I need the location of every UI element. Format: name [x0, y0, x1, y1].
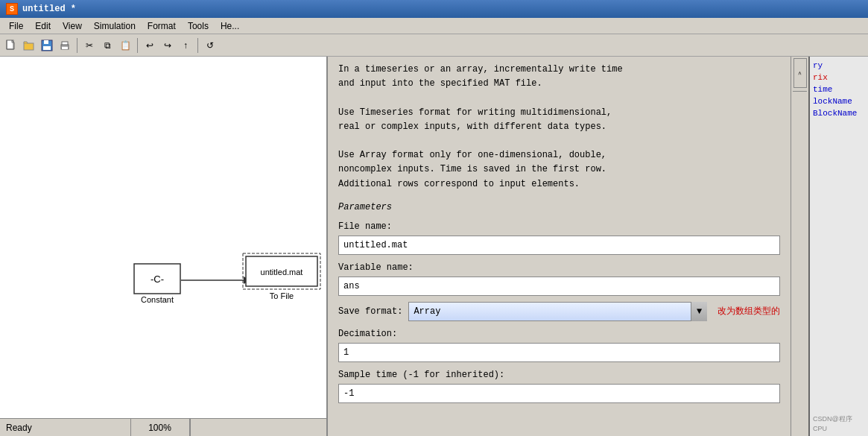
- up-button[interactable]: ↑: [177, 37, 194, 54]
- open-button[interactable]: [21, 37, 37, 54]
- menu-tools[interactable]: Tools: [182, 19, 215, 33]
- app-icon: S: [6, 3, 18, 15]
- canvas-area[interactable]: -C- Constant untitled.mat To File: [0, 57, 326, 418]
- fr-item-lockname: lockName: [813, 95, 865, 107]
- collapse-icon: <: [796, 72, 803, 75]
- svg-rect-3: [24, 43, 34, 50]
- fr-item-ry: ry: [813, 60, 865, 72]
- desc-line-3: Use Timeseries format for writing multid…: [338, 106, 780, 120]
- menu-help[interactable]: He...: [215, 19, 245, 33]
- fr-item-blockname: BlockName: [813, 107, 865, 119]
- redo-button[interactable]: ↪: [159, 37, 176, 54]
- svg-rect-9: [62, 47, 68, 49]
- window-title: untitled *: [22, 4, 76, 14]
- print-button[interactable]: [57, 37, 73, 54]
- sample-time-input[interactable]: [338, 384, 780, 403]
- desc-line-2: and input into the specified MAT file.: [338, 77, 780, 91]
- svg-rect-0: [7, 40, 13, 49]
- cut-button[interactable]: ✂: [81, 37, 98, 54]
- menu-edit[interactable]: Edit: [29, 19, 57, 33]
- param-content: In a timeseries or an array, incremental…: [328, 57, 791, 436]
- variable-name-label: Variable name:: [338, 261, 780, 274]
- desc-line-7: Additional rows correspond to input elem…: [338, 177, 780, 192]
- decimation-label: Decimation:: [338, 327, 780, 341]
- save-format-label: Save format:: [338, 305, 402, 318]
- parameters-section-title: Parameters: [338, 200, 780, 214]
- menu-simulation[interactable]: Simulation: [88, 19, 142, 33]
- file-name-input[interactable]: [338, 236, 780, 255]
- file-name-label: File name:: [338, 220, 780, 233]
- status-ready-text: Ready: [6, 423, 130, 433]
- refresh-button[interactable]: ↺: [202, 37, 218, 54]
- fr-item-rix: rix: [813, 72, 865, 83]
- save-format-row: Save format: Timeseries Array ▼ 改为数组类型的: [338, 302, 780, 321]
- sample-time-label: Sample time (-1 for inherited):: [338, 368, 780, 382]
- svg-rect-6: [43, 46, 51, 50]
- status-zoom-text: 100%: [130, 419, 190, 436]
- toolbar-separator-3: [197, 38, 198, 53]
- far-right-content: ry rix time lockName BlockName: [813, 60, 865, 414]
- collapse-button[interactable]: <: [793, 58, 807, 88]
- variable-name-input[interactable]: [338, 277, 780, 296]
- menu-view[interactable]: View: [57, 19, 88, 33]
- svg-text:untitled.mat: untitled.mat: [261, 268, 303, 277]
- param-panel: In a timeseries or an array, incremental…: [328, 57, 791, 436]
- toolbar: ✂ ⧉ 📋 ↩ ↪ ↑ ↺: [0, 34, 868, 57]
- simulink-status-bar: Ready 100%: [0, 418, 326, 436]
- desc-line-5: Use Array format only for one-dimensiona…: [338, 148, 780, 162]
- svg-rect-5: [44, 40, 48, 44]
- svg-text:To File: To File: [270, 291, 294, 300]
- annotation-text: 改为数组类型的: [717, 305, 780, 318]
- param-description: In a timeseries or an array, incremental…: [338, 63, 780, 192]
- menu-format[interactable]: Format: [142, 19, 182, 33]
- menu-file[interactable]: File: [3, 19, 29, 33]
- toolbar-separator-1: [77, 38, 77, 53]
- copy-button[interactable]: ⧉: [99, 37, 115, 54]
- main-area: -C- Constant untitled.mat To File Ready …: [0, 57, 868, 436]
- toolbar-separator-2: [137, 38, 138, 53]
- far-right-panel: ry rix time lockName BlockName CSDN@程序CP…: [808, 57, 868, 436]
- undo-button[interactable]: ↩: [142, 37, 158, 54]
- paste-button[interactable]: 📋: [117, 37, 133, 54]
- sidebar-divider: [793, 91, 807, 92]
- fr-item-time: time: [813, 83, 865, 95]
- watermark-text: CSDN@程序CPU: [813, 415, 852, 432]
- right-sidebar: <: [791, 57, 808, 436]
- desc-line-4: real or complex inputs, with different d…: [338, 120, 780, 134]
- desc-line-6: noncomplex inputs. Time is saved in the …: [338, 162, 780, 177]
- desc-line-1: In a timeseries or an array, incremental…: [338, 63, 780, 77]
- title-bar: S untitled *: [0, 0, 868, 18]
- decimation-input[interactable]: [338, 343, 780, 362]
- svg-text:-C-: -C-: [151, 274, 164, 285]
- menu-bar: File Edit View Simulation Format Tools H…: [0, 18, 868, 34]
- new-button[interactable]: [3, 37, 19, 54]
- svg-rect-8: [62, 42, 68, 45]
- save-format-wrapper: Timeseries Array ▼: [408, 302, 707, 321]
- simulink-panel: -C- Constant untitled.mat To File Ready …: [0, 57, 328, 436]
- save-button[interactable]: [39, 37, 55, 54]
- canvas-svg: -C- Constant untitled.mat To File: [0, 57, 326, 418]
- save-format-select[interactable]: Timeseries Array: [408, 302, 707, 321]
- watermark-container: CSDN@程序CPU: [813, 414, 865, 433]
- status-extra-text: [190, 419, 321, 436]
- svg-text:Constant: Constant: [141, 295, 174, 304]
